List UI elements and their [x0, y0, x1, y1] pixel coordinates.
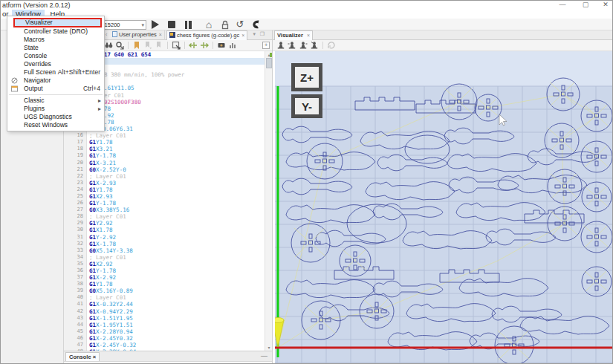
code-line[interactable]: 17G1Y1.78 — [64, 139, 265, 146]
menu-item-visualizer[interactable]: Visualizer — [13, 18, 102, 27]
menu-item-console[interactable]: Console — [7, 52, 104, 60]
code-line[interactable]: 46G1X-2.45Y0.32 — [64, 335, 265, 342]
code-line[interactable]: 39G0X5.16Y-0.89 — [64, 287, 265, 294]
tab-dropdown-icon[interactable]: ▾ — [253, 31, 256, 37]
code-line[interactable]: 34; Layer C01 — [64, 254, 265, 261]
menu-item-full-screen[interactable]: Full ScreenAlt+Shift+Enter — [7, 68, 104, 77]
shift-left-icon[interactable] — [189, 41, 198, 50]
minimize-panel-icon[interactable]: — — [261, 352, 267, 360]
code-line[interactable]: 29G1Y2.92 — [64, 220, 265, 227]
code-line[interactable]: 35G1X2.92 — [64, 261, 265, 267]
code-line[interactable]: 30G1X1.78 — [64, 227, 265, 233]
code-line[interactable]: 43G1X-1.51Y1.95 — [64, 315, 265, 322]
console-output[interactable]: ▴ — [64, 361, 272, 364]
code-line[interactable]: 40; Layer C01 — [64, 294, 265, 301]
baud-rate-select[interactable]: 115200 ▾ — [100, 20, 146, 30]
menu-item-state[interactable]: State — [7, 44, 104, 52]
select-in-projects-icon[interactable] — [172, 41, 181, 50]
code-line[interactable]: 25G1X2.93 — [64, 193, 265, 200]
code-line[interactable]: 20G1X-3.21 — [64, 160, 265, 166]
code-line[interactable]: 45G1X-2.28Y0.94 — [64, 328, 265, 335]
menu-item-navigator[interactable]: Navigator — [7, 77, 104, 85]
code-line[interactable]: 21G0X-2.52Y-0 — [64, 166, 265, 173]
macro-record-icon[interactable] — [217, 41, 226, 50]
menu-item-ugs-diagnostics[interactable]: UGS Diagnostics — [7, 113, 104, 121]
menu-item-reset-windows[interactable]: Reset Windows — [7, 121, 104, 129]
code-line[interactable]: 27G0X3.38Y5.16 — [64, 207, 265, 213]
tab-maximize-icon[interactable]: ❐ — [260, 31, 265, 37]
code-line[interactable]: 38G1Y1.78 — [64, 281, 265, 287]
menu-item-output[interactable]: OutputCtrl+4 — [7, 85, 104, 93]
menu-item-controller-state-dro[interactable]: Controller State (DRO) — [7, 27, 104, 36]
close-icon[interactable]: × — [93, 354, 96, 360]
memory-view-icon[interactable] — [228, 41, 237, 50]
code-line[interactable]: 26G1Y-1.78 — [64, 200, 265, 207]
code-line[interactable]: 41G1X-0.32Y2.44 — [64, 301, 265, 308]
jog-z-plus-button[interactable]: Z+ — [291, 63, 322, 91]
code-line[interactable]: 28; Layer C01 — [64, 213, 265, 220]
menu-item-label: Controller State (DRO) — [24, 27, 88, 35]
visualizer-canvas[interactable]: Z+ Y- — [275, 51, 613, 364]
toggle-bookmark-icon[interactable] — [132, 41, 141, 50]
menu-item-macros[interactable]: Macros — [7, 36, 104, 44]
stop-button[interactable] — [165, 19, 178, 30]
code-line[interactable]: 23G1X-2.93 — [64, 180, 265, 186]
return-to-zero-button[interactable]: ⌂ — [202, 19, 215, 30]
pause-button[interactable] — [181, 19, 195, 30]
tab-chess-figures-g-code-gc[interactable]: chess figures (g-code).gc× — [166, 30, 247, 40]
code-line[interactable]: 16; Layer C01 — [64, 132, 265, 139]
code-line[interactable]: 47G1X-2.45Y-0.32 — [64, 342, 265, 348]
toolbar-separator — [184, 42, 185, 49]
toolbar-expand-icon[interactable]: + — [262, 42, 270, 49]
send-button[interactable] — [149, 19, 162, 30]
prev-bookmark-icon[interactable] — [155, 41, 163, 50]
code-line[interactable]: 37G1X-2.92 — [64, 274, 265, 281]
tab-user-properties[interactable]: User.properties× — [110, 30, 165, 40]
minimize-button[interactable]: — — [556, 1, 569, 10]
menu-item-overrides[interactable]: Overrides — [7, 60, 104, 68]
find-selection-icon[interactable] — [115, 41, 124, 50]
find-icon[interactable] — [104, 41, 113, 50]
tab-scroll-left-icon[interactable]: ‹ — [106, 32, 107, 37]
code-line[interactable]: 36G1Y-1.78 — [64, 267, 265, 274]
view-top-icon[interactable] — [276, 41, 285, 50]
close-button[interactable]: ✕ — [599, 1, 612, 10]
code-line[interactable]: 18G1X3.21 — [64, 146, 265, 152]
rotate-view-icon[interactable] — [327, 41, 336, 50]
menu-item-label: Navigator — [24, 77, 51, 84]
soft-reset-button[interactable]: ↺ — [233, 19, 247, 30]
shift-right-icon[interactable] — [200, 41, 209, 50]
line-number: 22 — [64, 173, 86, 180]
menu-item-plugins[interactable]: Plugins▸ — [7, 105, 104, 113]
unlock-button[interactable] — [218, 19, 232, 30]
code-line[interactable]: 19G1Y-1.78 — [64, 152, 265, 159]
close-icon[interactable]: × — [241, 33, 244, 38]
tab-visualizer[interactable]: Visualizer × — [274, 30, 313, 40]
output-icon — [11, 85, 18, 92]
window-title: atform (Version 2.0.12) — [2, 1, 71, 9]
scrollbar-thumb[interactable] — [266, 58, 272, 68]
code-line[interactable]: 24G1Y1.78 — [64, 186, 265, 193]
tab-console[interactable]: Console × — [65, 352, 100, 361]
close-icon[interactable]: × — [159, 32, 162, 37]
view-isometric-icon[interactable] — [310, 41, 319, 50]
code-line[interactable]: 22; Layer C01 — [64, 173, 265, 180]
jog-y-minus-button[interactable]: Y- — [291, 94, 322, 118]
view-front-icon[interactable] — [288, 41, 296, 50]
view-left-icon[interactable] — [299, 41, 308, 50]
code-line[interactable]: 33G0X5.14Y-3.38 — [64, 247, 265, 254]
console-panel: Console × — ▴ — [64, 351, 272, 364]
code-line[interactable]: 42G1X-0.94Y2.29 — [64, 308, 265, 315]
maximize-button[interactable]: ▢ — [579, 1, 592, 10]
menu-item-label: Full Screen — [24, 68, 56, 76]
code-line[interactable]: 32G1X-1.78 — [64, 241, 265, 247]
code-line[interactable]: 31G1Y-2.92 — [64, 234, 265, 241]
ugs-action-button[interactable] — [250, 19, 263, 30]
visualizer-toolbar — [273, 40, 613, 51]
menu-item-classic[interactable]: Classic▸ — [7, 97, 104, 105]
editor-scrollbar[interactable]: ▴ ▾ — [265, 51, 272, 351]
next-bookmark-icon[interactable] — [143, 41, 152, 50]
close-icon[interactable]: × — [307, 33, 310, 38]
file-icon — [112, 31, 117, 37]
code-line[interactable]: 44G1X-1.95Y1.51 — [64, 322, 265, 328]
